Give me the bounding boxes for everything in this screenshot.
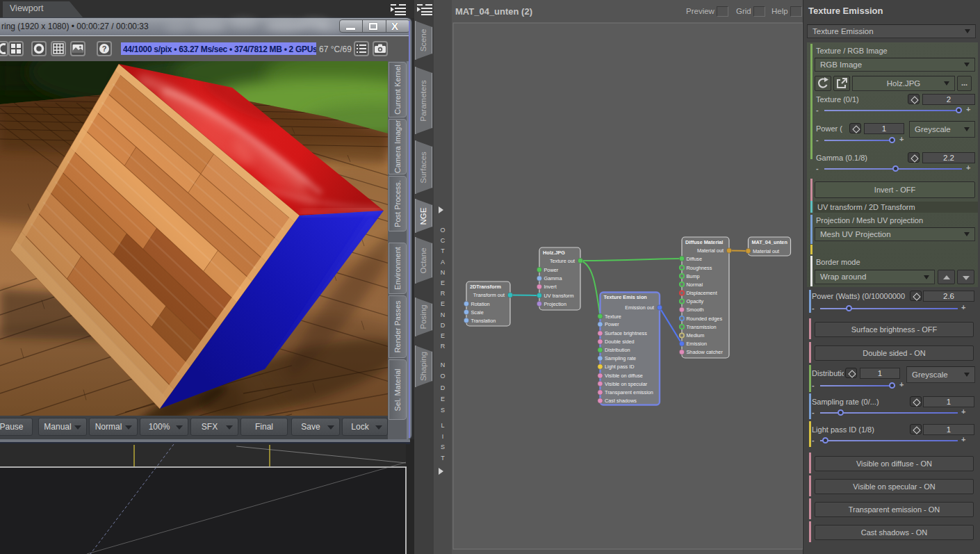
svg-text:Roughness: Roughness [687,265,712,271]
svg-text:Transparent emission: Transparent emission [605,389,653,396]
svg-text:Surface brightness: Surface brightness [605,330,647,336]
svg-text:Rotation: Rotation [471,301,490,307]
svg-text:Cast shadows: Cast shadows [605,398,637,404]
svg-text:Material out: Material out [697,247,724,254]
svg-text:Texture Emis sion: Texture Emis sion [604,294,647,300]
svg-text:Emission out: Emission out [625,304,654,311]
svg-text:Emission: Emission [687,341,708,347]
svg-text:Medium: Medium [687,332,705,339]
svg-text:UV transform: UV transform [544,293,574,299]
svg-text:Transform out: Transform out [473,292,505,298]
svg-text:Visible on diffuse: Visible on diffuse [605,373,643,379]
svg-text:Diffuse Material: Diffuse Material [685,239,723,245]
svg-text:?: ? [102,44,107,53]
svg-text:Double sided: Double sided [605,339,635,345]
svg-text:Power: Power [605,321,619,327]
svg-text:Power: Power [544,267,559,273]
svg-text:Scale: Scale [471,309,484,316]
svg-text:Distribution: Distribution [605,347,630,353]
svg-text:Material out: Material out [753,248,779,254]
svg-text:Shadow catcher: Shadow catcher [687,349,724,355]
svg-text:Opacity: Opacity [687,298,704,304]
svg-text:Bump: Bump [687,273,700,279]
svg-text:Sampling rate: Sampling rate [605,355,636,361]
svg-text:Light pass ID: Light pass ID [605,364,635,370]
svg-text:Displacement: Displacement [687,290,717,296]
svg-text:Normal: Normal [687,282,703,288]
svg-text:Invert: Invert [544,284,557,290]
svg-text:Holz.JPG: Holz.JPG [543,250,565,256]
svg-text:Projection: Projection [544,301,566,307]
svg-text:Texture out: Texture out [550,258,575,264]
svg-text:2DTransform: 2DTransform [470,284,502,290]
svg-text:Transmission: Transmission [687,324,717,330]
svg-text:Texture: Texture [605,313,621,320]
svg-text:Translation: Translation [471,318,496,324]
svg-text:Smooth: Smooth [687,307,704,313]
svg-text:Diffuse: Diffuse [687,256,703,262]
svg-text:Gamma: Gamma [544,275,563,282]
svg-text:Rounded edges: Rounded edges [687,316,723,322]
svg-text:Visible on specular: Visible on specular [605,381,648,387]
svg-text:MAT_04_unten: MAT_04_unten [752,239,787,245]
